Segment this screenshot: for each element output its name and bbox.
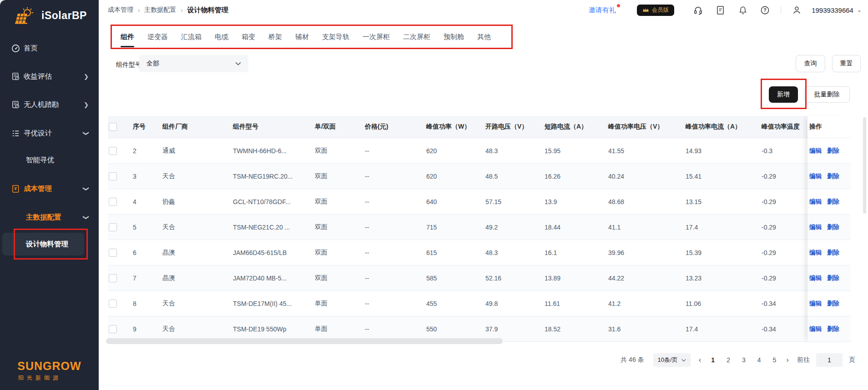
table-row: 6晶澳JAM66D45-615/LB双面--61548.316.139.9615… xyxy=(108,240,807,265)
account-phone[interactable]: 19939339664 xyxy=(812,6,853,14)
column-header: 单/双面 xyxy=(314,116,364,138)
table-cell: 11.61 xyxy=(544,291,607,316)
help-icon[interactable]: ? xyxy=(760,5,770,15)
select-all-checkbox[interactable] xyxy=(109,123,117,131)
edit-link[interactable]: 编辑 xyxy=(809,172,822,180)
table-cell: 天合 xyxy=(161,291,232,316)
table-cell: -0.34 xyxy=(761,291,807,316)
batch-delete-button[interactable]: 批量删除 xyxy=(804,86,850,103)
sidebar-item-smart-optimization[interactable]: 智能寻优 xyxy=(0,150,99,170)
column-header: 峰值功率（W） xyxy=(425,116,484,138)
column-header: 开路电压（V） xyxy=(484,116,544,138)
delete-link[interactable]: 删除 xyxy=(827,325,839,333)
page-4[interactable]: 4 xyxy=(757,356,761,364)
edit-link[interactable]: 编辑 xyxy=(809,198,822,206)
sidebar-item-cost-management[interactable]: 成本管理 ❯ xyxy=(0,179,99,199)
tab-箱变[interactable]: 箱变 xyxy=(242,33,255,41)
tab-组件[interactable]: 组件 xyxy=(121,33,134,41)
table-cell: 双面 xyxy=(314,189,364,215)
breadcrumb-separator: › xyxy=(181,7,182,14)
table-row: 8天合TSM-DE17M(II) 45...单面--45549.811.6141… xyxy=(108,291,807,316)
row-checkbox[interactable] xyxy=(109,325,117,333)
tab-支架导轨[interactable]: 支架导轨 xyxy=(322,33,349,41)
chevron-right-icon: ❯ xyxy=(84,73,89,80)
page-3[interactable]: 3 xyxy=(742,356,746,364)
row-checkbox[interactable] xyxy=(109,274,117,282)
reset-button[interactable]: 重置 xyxy=(832,55,861,72)
table-cell: 48.3 xyxy=(484,138,544,164)
table-cell: 640 xyxy=(425,189,484,215)
tab-逆变器[interactable]: 逆变器 xyxy=(147,33,168,41)
table-cell: 2 xyxy=(132,138,161,164)
vertical-scrollbar[interactable] xyxy=(863,117,866,214)
row-checkbox[interactable] xyxy=(109,198,117,206)
user-icon[interactable] xyxy=(792,5,802,15)
table-cell: 40.24 xyxy=(607,164,685,189)
row-checkbox[interactable] xyxy=(109,249,117,257)
delete-link[interactable]: 删除 xyxy=(827,249,839,257)
edit-link[interactable]: 编辑 xyxy=(809,249,822,257)
headset-icon[interactable] xyxy=(693,5,703,15)
next-page-button[interactable]: › xyxy=(784,355,791,365)
column-header: 短路电流（A） xyxy=(544,116,607,138)
document-icon[interactable] xyxy=(716,5,725,15)
member-badge[interactable]: 会员版 xyxy=(637,5,675,16)
edit-link[interactable]: 编辑 xyxy=(809,274,822,282)
table-cell: 4 xyxy=(132,189,161,215)
page-size-select[interactable]: 10条/页 xyxy=(653,353,691,367)
delete-link[interactable]: 删除 xyxy=(827,223,839,231)
delete-link[interactable]: 删除 xyxy=(827,198,839,206)
delete-link[interactable]: 删除 xyxy=(827,147,839,155)
page-1[interactable]: 1 xyxy=(711,356,715,364)
table-cell: -0.29 xyxy=(761,265,807,291)
top-bar: 成本管理 › 主数据配置 › 设计物料管理 邀请有礼 会员版 xyxy=(99,0,868,20)
table-cell: 双面 xyxy=(314,215,364,240)
invite-link[interactable]: 邀请有礼 xyxy=(589,6,616,15)
chevron-down-icon[interactable]: ⌄ xyxy=(857,7,862,13)
header-divider xyxy=(781,6,781,14)
edit-link[interactable]: 编辑 xyxy=(809,300,822,308)
row-checkbox[interactable] xyxy=(109,147,117,155)
breadcrumb-level2[interactable]: 主数据配置 xyxy=(144,6,176,14)
sidebar-item-master-data-config[interactable]: 主数据配置 ❯ xyxy=(0,207,99,227)
breadcrumb-level1[interactable]: 成本管理 xyxy=(108,6,133,14)
delete-link[interactable]: 删除 xyxy=(827,274,839,282)
tab-桥架[interactable]: 桥架 xyxy=(268,33,282,41)
sidebar-item-revenue-evaluation[interactable]: 收益评估 ❯ xyxy=(0,66,99,86)
table-cell: -- xyxy=(364,240,425,265)
breadcrumb-current: 设计物料管理 xyxy=(187,6,228,15)
sidebar-item-home[interactable]: 首页 xyxy=(0,38,99,58)
edit-link[interactable]: 编辑 xyxy=(809,223,822,231)
crown-icon xyxy=(642,7,649,13)
materials-table: 序号组件厂商组件型号单/双面价格(元)峰值功率（W）开路电压（V）短路电流（A）… xyxy=(108,116,807,342)
table-cell: JAM72D40 MB-5... xyxy=(232,265,314,291)
page-2[interactable]: 2 xyxy=(727,356,730,364)
bell-icon[interactable] xyxy=(738,5,747,15)
tab-汇流箱[interactable]: 汇流箱 xyxy=(181,33,202,41)
row-checkbox[interactable] xyxy=(109,223,117,231)
component-model-select[interactable]: 全部 xyxy=(139,55,248,72)
horizontal-scrollbar[interactable] xyxy=(106,338,503,344)
sidebar-item-optimization-design[interactable]: 寻优设计 ❯ xyxy=(0,123,99,143)
row-checkbox[interactable] xyxy=(109,300,117,308)
edit-link[interactable]: 编辑 xyxy=(809,325,822,333)
table-row: 7晶澳JAM72D40 MB-5...双面--58552.1613.8944.2… xyxy=(108,265,807,291)
page-5[interactable]: 5 xyxy=(773,356,777,364)
sidebar-item-design-material-management[interactable]: 设计物料管理 xyxy=(0,234,99,254)
prev-page-button[interactable]: ‹ xyxy=(697,355,703,365)
tab-辅材[interactable]: 辅材 xyxy=(295,33,309,41)
table-cell: 18.52 xyxy=(544,316,607,342)
tab-二次屏柜[interactable]: 二次屏柜 xyxy=(403,33,430,41)
search-button[interactable]: 查询 xyxy=(796,55,825,72)
delete-link[interactable]: 删除 xyxy=(827,172,839,180)
tab-电缆[interactable]: 电缆 xyxy=(215,33,228,41)
add-button[interactable]: 新增 xyxy=(769,86,798,103)
tab-其他[interactable]: 其他 xyxy=(477,33,491,41)
delete-link[interactable]: 删除 xyxy=(827,300,839,308)
tab-预制舱[interactable]: 预制舱 xyxy=(444,33,464,41)
tab-一次屏柜[interactable]: 一次屏柜 xyxy=(363,33,390,41)
sidebar-item-drone-survey[interactable]: 无人机踏勘 ❯ xyxy=(0,95,99,115)
edit-link[interactable]: 编辑 xyxy=(809,147,822,155)
row-checkbox[interactable] xyxy=(109,172,117,180)
goto-page-input[interactable]: 1 xyxy=(816,353,843,367)
